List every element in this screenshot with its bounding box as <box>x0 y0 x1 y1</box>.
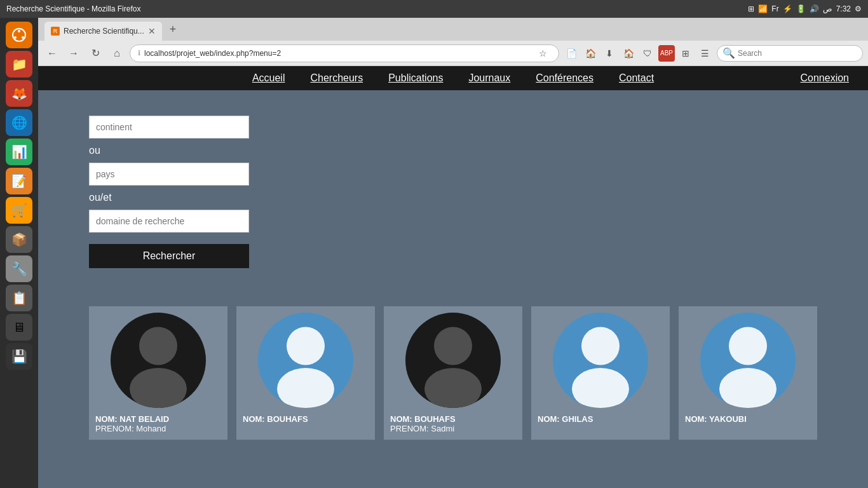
avatar-svg <box>700 313 796 408</box>
card-nom: NOM: BOUHAFS <box>243 414 369 424</box>
os-title: Recherche Scientifique - Mozilla Firefox <box>6 4 140 13</box>
sidebar-icon-app2[interactable]: 🔧 <box>6 255 32 282</box>
pays-input[interactable] <box>89 163 249 186</box>
svg-point-7 <box>277 368 334 408</box>
researcher-card[interactable]: NOM: YAKOUBI <box>679 306 817 440</box>
clock: 7:32 <box>836 4 851 13</box>
pays-group <box>89 163 817 186</box>
avatar-circle <box>405 313 501 408</box>
researcher-cards: NOM: NAT BELAID PRENOM: Mohand NOM: BOUH… <box>38 294 868 440</box>
svg-point-5 <box>130 368 187 408</box>
search-icon: 🔍 <box>722 47 735 59</box>
grid-button[interactable]: ⊞ <box>677 45 694 62</box>
continent-group <box>89 116 817 139</box>
main-content: R Recherche Scientifiqu... ✕ + ← → ↻ ⌂ ℹ… <box>38 18 868 488</box>
researcher-card[interactable]: NOM: BOUHAFS <box>236 306 375 440</box>
url-bar[interactable]: ℹ localhost/projet_web/index.php?menu=2 … <box>130 44 559 62</box>
rechercher-button[interactable]: Rechercher <box>89 244 249 268</box>
card-prenom: PRENOM: Mohand <box>95 424 221 433</box>
tab-favicon: R <box>51 27 60 36</box>
nav-accueil[interactable]: Accueil <box>252 72 285 84</box>
researcher-card[interactable]: NOM: GHILAS <box>531 306 670 440</box>
avatar-svg <box>405 313 501 408</box>
sidebar-icon-app1[interactable]: 📦 <box>6 226 32 253</box>
card-nom: NOM: BOUHAFS <box>390 414 516 424</box>
ou-et-label: ou/et <box>89 192 817 203</box>
svg-point-2 <box>14 36 17 39</box>
browser-search-bar[interactable]: 🔍 <box>717 45 863 62</box>
fr-locale: Fr <box>771 4 778 13</box>
sidebar-icon-writer[interactable]: 📝 <box>6 168 32 194</box>
nav-connexion[interactable]: Connexion <box>801 72 850 84</box>
card-prenom: PRENOM: Sadmi <box>390 424 516 433</box>
os-titlebar: Recherche Scientifique - Mozilla Firefox… <box>0 0 868 18</box>
svg-point-10 <box>581 327 620 365</box>
download-button[interactable]: ⬇ <box>601 45 618 62</box>
sidebar-icon-files[interactable]: 📁 <box>6 51 32 78</box>
url-text: localhost/projet_web/index.php?menu=2 <box>144 49 531 58</box>
tab-label: Recherche Scientifiqu... <box>64 27 144 36</box>
menu-button[interactable]: ☰ <box>696 45 713 62</box>
sidebar-icon-spreadsheet[interactable]: 📊 <box>6 139 32 165</box>
nav-bar: ← → ↻ ⌂ ℹ localhost/projet_web/index.php… <box>38 41 868 66</box>
avatar-svg <box>258 313 353 408</box>
avatar-circle <box>111 313 206 408</box>
arabic-time: ص <box>823 4 832 13</box>
researcher-card[interactable]: NOM: BOUHAFS PRENOM: Sadmi <box>384 306 522 440</box>
avatar-circle <box>700 313 796 408</box>
sidebar-icon-amazon[interactable]: 🛒 <box>6 197 32 224</box>
reader-view-button[interactable]: 📄 <box>563 45 580 62</box>
nav-contact[interactable]: Contact <box>619 72 654 84</box>
tab-close-button[interactable]: ✕ <box>148 26 156 36</box>
card-info: NOM: NAT BELAID PRENOM: Mohand <box>95 414 221 433</box>
new-tab-button[interactable]: + <box>165 23 182 36</box>
sidebar-icon-app4[interactable]: 🖥 <box>6 314 32 341</box>
search-form: ou ou/et Rechercher <box>38 90 868 294</box>
nav-chercheurs[interactable]: Chercheurs <box>310 72 363 84</box>
sidebar: 📁 🦊 🌐 📊 📝 🛒 📦 🔧 📋 🖥 💾 <box>0 18 38 488</box>
card-info: NOM: GHILAS <box>538 414 663 424</box>
reload-button[interactable]: ↻ <box>86 44 104 62</box>
pocket-button[interactable]: 🏠 <box>620 45 637 62</box>
shield-button[interactable]: 🛡 <box>639 45 656 62</box>
svg-point-3 <box>22 36 24 39</box>
sidebar-icon-chromium[interactable]: 🌐 <box>6 109 32 136</box>
bookmark-star[interactable]: ☆ <box>534 45 551 62</box>
continent-input[interactable] <box>89 116 249 139</box>
ou-label: ou <box>89 145 817 156</box>
avatar-svg <box>111 313 206 408</box>
svg-point-13 <box>719 368 776 408</box>
tab-bar: R Recherche Scientifiqu... ✕ + <box>38 18 868 41</box>
nav-publications[interactable]: Publications <box>388 72 443 84</box>
card-nom: NOM: GHILAS <box>538 414 663 424</box>
nav-conferences[interactable]: Conférences <box>536 72 593 84</box>
nav-journaux[interactable]: Journaux <box>468 72 510 84</box>
card-info: NOM: BOUHAFS PRENOM: Sadmi <box>390 414 516 433</box>
avatar-circle <box>553 313 648 408</box>
ou-et-label-group: ou/et <box>89 192 817 203</box>
browser-tab[interactable]: R Recherche Scientifiqu... ✕ <box>44 22 162 41</box>
svg-point-11 <box>572 368 629 408</box>
settings-icon: ⚙ <box>855 4 862 13</box>
ou-label-group: ou <box>89 145 817 156</box>
sidebar-icon-app3[interactable]: 📋 <box>6 285 32 311</box>
card-info: NOM: YAKOUBI <box>685 414 811 424</box>
sidebar-icon-ubuntu[interactable] <box>6 22 32 48</box>
search-input[interactable] <box>738 49 857 58</box>
sidebar-icon-firefox[interactable]: 🦊 <box>6 80 32 107</box>
domaine-input[interactable] <box>89 210 249 233</box>
volume-icon: 🔊 <box>810 4 819 13</box>
grid-icon: ⊞ <box>748 4 754 13</box>
battery-icon: 🔋 <box>796 4 806 13</box>
avatar-circle <box>258 313 353 408</box>
svg-point-8 <box>434 327 472 365</box>
card-info: NOM: BOUHAFS <box>243 414 369 424</box>
home-button[interactable]: ⌂ <box>108 44 126 62</box>
researcher-card[interactable]: NOM: NAT BELAID PRENOM: Mohand <box>89 306 227 440</box>
sidebar-icon-app5[interactable]: 💾 <box>6 343 32 370</box>
bookmark-page-button[interactable]: 🏠 <box>582 45 599 62</box>
back-button[interactable]: ← <box>43 44 61 62</box>
adblock-button[interactable]: ABP <box>658 45 675 62</box>
security-icon: ℹ <box>138 49 140 57</box>
forward-button[interactable]: → <box>65 44 83 62</box>
